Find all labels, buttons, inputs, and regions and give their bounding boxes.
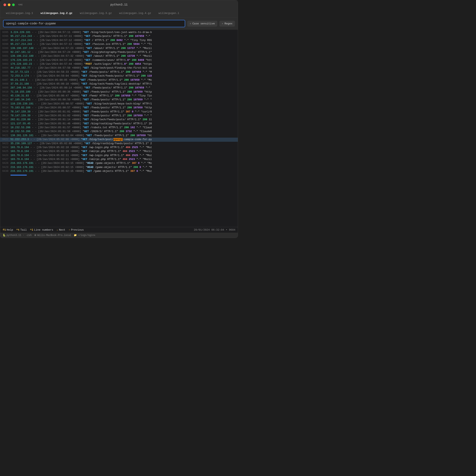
- path-rest: -sample-code-for-py: [123, 138, 152, 141]
- regex-toggle[interactable]: ✕ Regex: [219, 21, 235, 27]
- http-method: GET: [86, 59, 90, 62]
- ip-address: 202.61.228.80: [10, 118, 31, 121]
- http-method: HEAD: [87, 162, 93, 165]
- http-method: GET: [84, 106, 89, 109]
- line-number: 9419: [2, 126, 10, 130]
- byte-count: 3732: [126, 130, 132, 133]
- table-row: 9403176.226.183.23 - - [28/Jan/2024:04:5…: [0, 62, 238, 66]
- table-row: 941678.147.159.39 - - [28/Jan/2024:05:01…: [0, 114, 238, 118]
- path-rest: /feeds/posts/ HTTP/1.1" 200 107059 "-" ": [89, 98, 152, 101]
- statusbar-info: 28/01/2024 06:32:04 • 9684: [194, 228, 235, 231]
- regex-label: Regex: [224, 22, 233, 25]
- tab-log2[interactable]: willmcgugan.log.2.gz: [37, 10, 76, 16]
- table-row: 9425103.79.8.194 - - [28/Jan/2024:05:02:…: [0, 150, 238, 153]
- path-rest: /wp-login.php HTTP/1.1" 404 2525 "-" "Mo…: [87, 154, 152, 157]
- log-line-text: 103.79.8.194 - - [28/Jan/2024:05:02:11 +…: [10, 157, 152, 161]
- log-line-text: 67.185.34.245 - - [28/Jan/2024:05:00:50 …: [10, 98, 152, 102]
- ip-address: 95.217.214.243: [10, 35, 32, 38]
- line-number: 9399: [2, 47, 10, 51]
- log-line-text: 216.163.176.191 - - [28/Jan/2024:05:02:1…: [10, 170, 152, 173]
- table-row: 939895.217.214.243 - - [28/Jan/2024:04:5…: [0, 42, 238, 46]
- byte-count: 5694: [133, 43, 139, 46]
- http-method: GET: [84, 110, 89, 113]
- tab-log3[interactable]: willmcgugan.log.3.gz: [77, 10, 115, 16]
- byte-count: 8469: [138, 59, 144, 62]
- maximize-button[interactable]: [12, 3, 15, 6]
- date: - - [28/Jan/2024:05:02:15 +0000]: [34, 166, 85, 169]
- byte-count: 8492: [117, 39, 123, 42]
- date: - - [28/Jan/2024:04:58:33 +0000]: [29, 71, 80, 73]
- line-number: 9409: [2, 86, 10, 90]
- log-line-text: 103.79.8.194 - - [28/Jan/2024:05:02:11 +…: [10, 153, 152, 157]
- date: - - [28/Jan/2024:05:00:14 +0000]: [32, 86, 83, 89]
- traffic-lights: [3, 3, 15, 6]
- quote: ": [81, 67, 84, 69]
- search-input-wrapper[interactable]: [3, 20, 185, 27]
- search-input[interactable]: [6, 22, 182, 25]
- log-line-text: 138.201.126.181 - - [28/Jan/2024:05:02:0…: [10, 134, 152, 138]
- status-code: 200: [132, 59, 136, 62]
- main-window: ⌥⌘4 python3.11 willmcgugan.log.1 willmcg…: [0, 0, 238, 238]
- line-number: 9412: [2, 98, 10, 102]
- quote: ": [81, 118, 84, 121]
- date: - - [28/Jan/2024:04:57:32 +0000]: [34, 55, 85, 58]
- case-sensitive-toggle[interactable]: ✕ Case sensitive: [187, 21, 217, 27]
- line-number: 9396: [2, 34, 10, 38]
- path-rest: /game-objects HTTP/1.1" 307 0 "-" "Moz: [92, 170, 152, 173]
- log-line-text: 18.232.53.206 - - [28/Jan/2024:05:01:58 …: [10, 130, 152, 134]
- log-line-text: 51.222.253.3 - - [28/Jan/2024:05:02:08 +…: [10, 138, 152, 141]
- ip-address: 216.163.176.191: [10, 162, 34, 165]
- titlebar: ⌥⌘4 python3.11: [0, 0, 238, 9]
- http-method: GET: [84, 51, 89, 54]
- status-code: 200: [130, 134, 135, 137]
- path-rest: /feeds/posts/ HTTP/1.1" 200 107059 "http: [89, 90, 152, 93]
- status-code: 200: [127, 106, 132, 109]
- keyboard-shortcut: ⌥⌘4: [18, 3, 22, 6]
- date: - - [28/Jan/2024:05:02:08 +0000]: [32, 142, 83, 145]
- close-button[interactable]: [3, 3, 6, 6]
- path-rest: /about/ HTTP/1.1" 200 13737 "-" "Mozil: [92, 47, 152, 50]
- tab-log4[interactable]: willmcgugan.log.4.gz: [116, 10, 154, 16]
- status-code: 200: [124, 79, 129, 82]
- quote: ": [84, 162, 87, 165]
- byte-count: 2525: [132, 146, 138, 149]
- table-row: 9428216.163.176.191 - - [28/Jan/2024:05:…: [0, 161, 238, 165]
- date: - - [28/Jan/2024:05:00:57 +0000]: [31, 106, 81, 109]
- quote: ": [84, 102, 87, 105]
- line-number: 9427: [2, 157, 10, 161]
- http-method: GET: [86, 142, 90, 145]
- table-row: 9417202.61.228.80 - - [28/Jan/2024:05:01…: [0, 118, 238, 122]
- status-code: 200: [129, 35, 134, 38]
- line-number: 9401: [2, 54, 10, 58]
- table-row: 9430216.163.176.191 - - [28/Jan/2024:05:…: [0, 170, 238, 173]
- progress-bar-container: [0, 173, 238, 176]
- previous-item[interactable]: ↑ Previous: [68, 228, 84, 231]
- path-rest: /feeds/posts HTTP/1.1" 307 0 "-" "curl/8: [89, 110, 152, 113]
- progress-bar: [10, 175, 27, 175]
- tab-log1[interactable]: willmcgugan.log.1: [3, 10, 36, 16]
- http-method: GET: [83, 158, 87, 161]
- next-item[interactable]: ↓ Next: [56, 228, 65, 231]
- http-method: GET: [84, 126, 89, 129]
- quote: ": [84, 166, 87, 169]
- tab-log5[interactable]: willmcgugan.l: [155, 10, 183, 16]
- http-method: GET: [87, 47, 92, 50]
- date: - - [28/Jan/2024:05:00:47 +0000]: [29, 94, 80, 97]
- minimize-button[interactable]: [8, 3, 10, 6]
- line-number: 9403: [2, 62, 10, 66]
- quote: ": [80, 94, 83, 97]
- line-number: 9414: [2, 106, 10, 110]
- quote: ": [81, 126, 84, 129]
- shell-info: 🐍 python3.11 · -zsh: [3, 234, 32, 237]
- log-line-text: 72.253.0.174 - - [28/Jan/2024:04:59:04 +…: [10, 74, 152, 78]
- path-rest: /about/ HTTP/1.1" 200 13739 "-" "Mozil: [92, 55, 152, 58]
- quote: ": [83, 63, 86, 66]
- line-key: ^l: [30, 228, 34, 231]
- byte-count: 107059: [133, 90, 143, 93]
- ip-address: 110.235.239.191: [10, 102, 34, 105]
- date: - - [28/Jan/2024:04:57:11 +0000]: [32, 35, 83, 38]
- byte-count: 107059: [135, 86, 144, 89]
- http-method: GET: [83, 83, 87, 85]
- ip-address: 139.196.212.180: [10, 55, 34, 58]
- http-method: GET: [83, 71, 87, 73]
